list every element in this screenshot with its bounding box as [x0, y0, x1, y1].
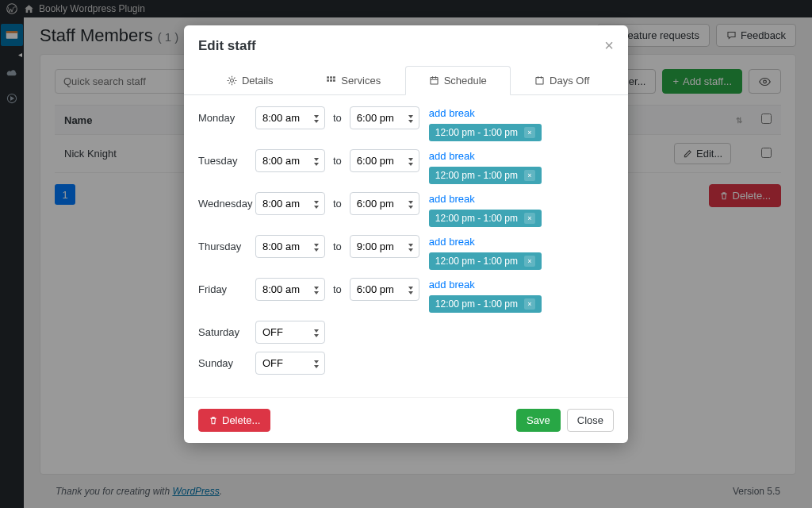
calendar-icon: [429, 75, 439, 86]
start-time-select[interactable]: OFF: [255, 352, 325, 375]
start-time-select[interactable]: 8:00 am: [255, 149, 325, 172]
to-label: to: [325, 235, 350, 258]
remove-break-icon[interactable]: ×: [524, 170, 535, 181]
add-break-link[interactable]: add break: [429, 106, 475, 119]
remove-break-icon[interactable]: ×: [524, 127, 535, 138]
add-break-link[interactable]: add break: [429, 149, 475, 162]
day-label: Friday: [198, 278, 255, 295]
tab-daysoff[interactable]: Days Off: [511, 66, 615, 94]
tab-details[interactable]: Details: [198, 66, 302, 94]
grid-icon: [326, 75, 336, 86]
end-time-select[interactable]: 6:00 pm: [350, 278, 419, 301]
add-break-link[interactable]: add break: [429, 192, 475, 205]
start-time-select[interactable]: 8:00 am: [255, 278, 325, 301]
save-button[interactable]: Save: [516, 409, 561, 432]
break-chip[interactable]: 12:00 pm - 1:00 pm×: [429, 295, 542, 313]
svg-rect-12: [333, 79, 335, 82]
start-time-select[interactable]: 8:00 am: [255, 235, 325, 258]
trash-icon: [209, 415, 218, 425]
day-label: Wednesday: [198, 192, 255, 210]
remove-break-icon[interactable]: ×: [524, 213, 535, 224]
modal-title: Edit staff: [198, 38, 256, 54]
svg-rect-7: [327, 76, 330, 79]
day-row: Tuesday8:00 amto6:00 pmadd break12:00 pm…: [198, 149, 614, 184]
modal-tabs: Details Services Schedule Days Off: [184, 66, 628, 95]
modal-delete-button[interactable]: Delete...: [198, 409, 270, 432]
calendar-blank-icon: [534, 75, 545, 86]
add-break-link[interactable]: add break: [429, 235, 475, 248]
break-chip[interactable]: 12:00 pm - 1:00 pm×: [429, 167, 542, 184]
start-time-select[interactable]: 8:00 am: [255, 106, 325, 129]
close-icon[interactable]: ×: [604, 37, 614, 55]
edit-staff-modal: Edit staff × Details Services Schedule D…: [184, 25, 628, 443]
day-row: Thursday8:00 amto9:00 pmadd break12:00 p…: [198, 235, 614, 270]
day-row: SundayOFF: [198, 352, 614, 375]
svg-rect-10: [327, 79, 330, 82]
to-label: to: [325, 106, 350, 129]
day-row: Friday8:00 amto6:00 pmadd break12:00 pm …: [198, 278, 614, 313]
break-chip[interactable]: 12:00 pm - 1:00 pm×: [429, 210, 542, 227]
start-time-select[interactable]: OFF: [255, 321, 325, 344]
day-label: Thursday: [198, 235, 255, 252]
day-row: Monday8:00 amto6:00 pmadd break12:00 pm …: [198, 106, 614, 141]
to-label: to: [325, 278, 350, 301]
day-label: Tuesday: [198, 149, 255, 167]
start-time-select[interactable]: 8:00 am: [255, 192, 325, 215]
end-time-select[interactable]: 6:00 pm: [350, 149, 419, 172]
svg-rect-8: [331, 76, 333, 79]
remove-break-icon[interactable]: ×: [524, 298, 535, 310]
svg-point-6: [230, 79, 233, 82]
day-label: Saturday: [198, 321, 255, 338]
svg-rect-11: [331, 79, 333, 82]
svg-rect-13: [431, 78, 438, 84]
tab-schedule[interactable]: Schedule: [405, 66, 511, 95]
to-label: to: [325, 192, 350, 215]
svg-rect-14: [536, 77, 543, 83]
gear-icon: [227, 75, 237, 86]
remove-break-icon[interactable]: ×: [524, 256, 535, 267]
end-time-select[interactable]: 6:00 pm: [350, 192, 419, 215]
day-label: Sunday: [198, 352, 255, 369]
break-chip[interactable]: 12:00 pm - 1:00 pm×: [429, 252, 542, 270]
day-row: SaturdayOFF: [198, 321, 614, 344]
close-button[interactable]: Close: [567, 409, 614, 432]
break-chip[interactable]: 12:00 pm - 1:00 pm×: [429, 124, 542, 141]
day-label: Monday: [198, 106, 255, 124]
to-label: to: [325, 149, 350, 172]
add-break-link[interactable]: add break: [429, 278, 475, 291]
day-row: Wednesday8:00 amto6:00 pmadd break12:00 …: [198, 192, 614, 227]
end-time-select[interactable]: 6:00 pm: [350, 106, 419, 129]
end-time-select[interactable]: 9:00 pm: [350, 235, 419, 258]
svg-rect-9: [333, 76, 335, 79]
tab-services[interactable]: Services: [302, 66, 406, 94]
